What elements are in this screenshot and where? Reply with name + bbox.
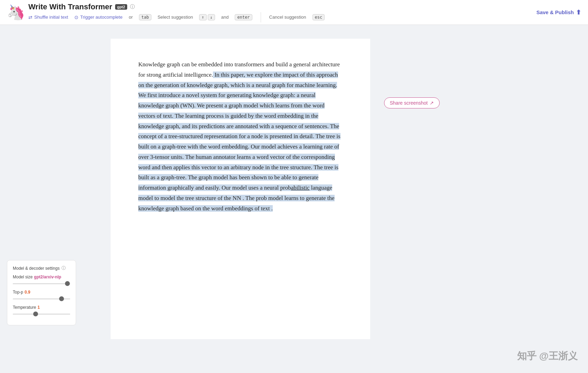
cancel-suggestion-label: Cancel suggestion (269, 15, 306, 20)
down-key-badge: ↓ (208, 14, 215, 20)
toolbar-row: ⇄ Shuffle initial text ⊙ Trigger autocom… (28, 12, 325, 22)
right-sidebar: Share screenshot ↗ (370, 25, 588, 353)
app-header: 🦄 Write With Transformer gpt2 ⓘ ⇄ Shuffl… (0, 0, 588, 25)
shuffle-icon: ⇄ (28, 15, 32, 20)
app-logo: 🦄 (7, 5, 25, 20)
up-key-badge: ↑ (199, 14, 206, 20)
settings-panel: Model & decoder settings ⓘ Model size gp… (7, 260, 76, 325)
top-p-label: Top-p (13, 290, 23, 295)
save-publish-label: Save & Publish (536, 9, 574, 15)
model-size-track (13, 283, 70, 284)
top-p-setting: Top-p 0.9 (13, 290, 70, 302)
enter-key-badge: enter (235, 14, 252, 20)
editor-text[interactable]: Knowledge graph can be embedded into tra… (138, 59, 343, 213)
top-p-thumb[interactable] (59, 296, 64, 301)
share-screenshot-label: Share screenshot (390, 100, 428, 106)
tab-key-badge: tab (139, 14, 151, 20)
or-text: or (129, 15, 133, 20)
toolbar-divider (261, 12, 261, 22)
logo-area: 🦄 Write With Transformer gpt2 ⓘ ⇄ Shuffl… (7, 2, 325, 22)
share-screenshot-button[interactable]: Share screenshot ↗ (384, 97, 440, 108)
text-underline-abilistic: abilistic (291, 184, 310, 191)
temperature-slider[interactable] (13, 311, 70, 317)
top-p-slider[interactable] (13, 296, 70, 302)
model-badge: gpt2 (115, 4, 127, 10)
esc-key-badge: esc (312, 14, 325, 20)
model-size-label-row: Model size gpt2/arxiv-nlp (13, 275, 70, 279)
trigger-icon: ⊙ (74, 15, 78, 20)
settings-title: Model & decoder settings (13, 266, 59, 271)
select-suggestion-label: Select suggestion (158, 15, 193, 20)
app-title: Write With Transformer (28, 2, 112, 11)
trigger-label: Trigger autocomplete (80, 15, 122, 20)
trigger-autocomplete-button[interactable]: ⊙ Trigger autocomplete (74, 15, 122, 20)
model-size-slider[interactable] (13, 281, 70, 286)
temperature-label-row: Temperature 1 (13, 305, 70, 310)
model-size-value: gpt2/arxiv-nlp (34, 275, 61, 279)
left-space: Model & decoder settings ⓘ Model size gp… (0, 25, 111, 353)
info-icon[interactable]: ⓘ (130, 4, 135, 10)
save-publish-button[interactable]: Save & Publish ⬆ (536, 9, 581, 16)
settings-title-row: Model & decoder settings ⓘ (13, 265, 70, 271)
top-p-value: 0.9 (25, 290, 30, 295)
settings-info-icon: ⓘ (62, 265, 66, 271)
temperature-thumb[interactable] (33, 312, 38, 316)
text-highlighted-main: In this paper, we explore the impact of … (138, 71, 340, 191)
editor-panel[interactable]: Knowledge graph can be embedded into tra… (111, 39, 370, 339)
share-icon: ↗ (430, 100, 434, 106)
shuffle-button[interactable]: ⇄ Shuffle initial text (28, 15, 68, 20)
model-size-setting: Model size gpt2/arxiv-nlp (13, 275, 70, 286)
temperature-setting: Temperature 1 (13, 305, 70, 317)
app-title-row: Write With Transformer gpt2 ⓘ (28, 2, 325, 11)
export-icon: ⬆ (576, 9, 581, 16)
arrow-keys: ↑ ↓ (199, 14, 215, 20)
shuffle-label: Shuffle initial text (34, 15, 68, 20)
temperature-value: 1 (37, 305, 40, 310)
header-right: Save & Publish ⬆ (536, 9, 581, 16)
top-p-label-row: Top-p 0.9 (13, 290, 70, 295)
and-text: and (221, 15, 229, 20)
temperature-track (13, 314, 70, 315)
watermark: 知乎 @王浙义 (517, 350, 578, 363)
model-size-thumb[interactable] (65, 281, 70, 286)
temperature-label: Temperature (13, 305, 36, 310)
model-size-label: Model size (13, 275, 32, 279)
top-p-track (13, 298, 70, 299)
main-content: Model & decoder settings ⓘ Model size gp… (0, 25, 588, 353)
title-area: Write With Transformer gpt2 ⓘ ⇄ Shuffle … (28, 2, 325, 22)
